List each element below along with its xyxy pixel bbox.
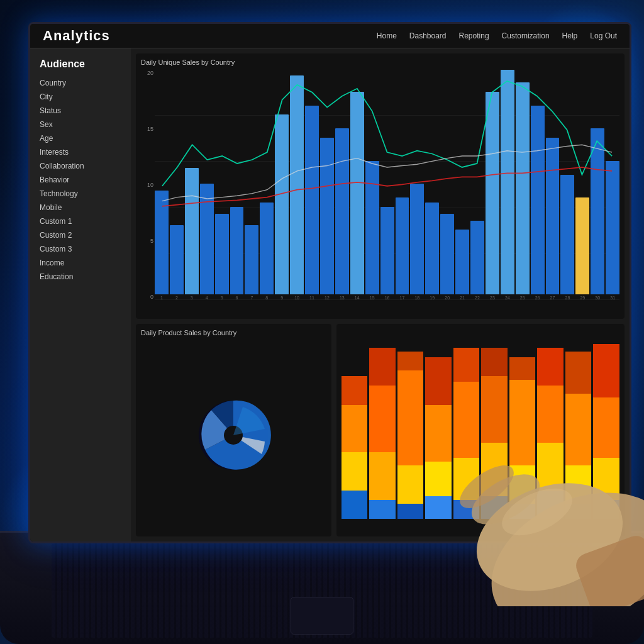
sidebar-item-technology[interactable]: Technology	[30, 187, 131, 201]
bar-group: 12	[320, 70, 334, 300]
bar-group: 5	[215, 70, 229, 300]
sidebar-item-city[interactable]: City	[30, 90, 131, 104]
sidebar-item-mobile[interactable]: Mobile	[30, 201, 131, 214]
bar-group: 2	[170, 70, 184, 300]
bar-group: 20	[440, 70, 454, 300]
chart-area: 20 15 10 5 0 1 2 3 4	[141, 70, 619, 313]
sidebar-item-custom1[interactable]: Custom 1	[30, 214, 131, 228]
stacked-bar	[397, 329, 424, 519]
bar-group: 29	[575, 70, 589, 300]
stacked-bar	[509, 329, 536, 519]
bar-group: 17	[396, 70, 409, 300]
bar-group: 15	[365, 70, 379, 300]
stacked-bar	[453, 329, 480, 519]
stacked-chart-container	[336, 324, 625, 536]
main-chart-title: Daily Unique Sales by Country	[141, 58, 619, 66]
nav-home[interactable]: Home	[377, 31, 397, 40]
sidebar: Audience Country City Status Sex Age Int…	[30, 48, 131, 541]
top-bar: Analytics Home Dashboard Repoting Custom…	[30, 24, 630, 48]
nav-dashboard[interactable]: Dashboard	[409, 31, 447, 40]
sidebar-item-education[interactable]: Education	[30, 270, 131, 284]
bar-group: 30	[591, 70, 604, 300]
stacked-bar	[565, 329, 592, 519]
bottom-chart-title: Daily Product Sales by Country	[141, 329, 326, 336]
bar-group: 11	[305, 70, 319, 300]
bar-group: 14	[350, 70, 364, 300]
nav-logout[interactable]: Log Out	[590, 31, 617, 40]
bar-group: 31	[606, 70, 619, 300]
stacked-bar	[341, 329, 368, 519]
stacked-bar	[537, 329, 564, 519]
sidebar-title: Audience	[30, 55, 131, 76]
bar-group: 25	[516, 70, 530, 300]
bar-group: 4	[200, 70, 214, 300]
pie-chart-container: Daily Product Sales by Country	[136, 324, 331, 536]
sidebar-item-status[interactable]: Status	[30, 104, 131, 118]
sidebar-item-custom3[interactable]: Custom 3	[30, 242, 131, 256]
bar-group: 6	[230, 70, 244, 300]
bar-group: 3	[185, 70, 199, 300]
bar-group: 18	[410, 70, 424, 300]
pie-svg	[192, 394, 274, 476]
bar-group: 1	[155, 70, 169, 300]
bar-group: 9	[275, 70, 289, 300]
bar-group: 13	[335, 70, 349, 300]
main-chart: Daily Unique Sales by Country 20	[136, 53, 625, 319]
bar-group: 24	[501, 70, 514, 300]
bar-group: 21	[455, 70, 469, 300]
y-label-10: 10	[147, 182, 153, 188]
stacked-bar	[425, 329, 452, 519]
main-content: Audience Country City Status Sex Age Int…	[30, 48, 630, 541]
app-title: Analytics	[43, 28, 110, 44]
y-label-5: 5	[150, 238, 153, 244]
y-label-0: 0	[150, 294, 153, 300]
nav-customization[interactable]: Customization	[502, 31, 550, 40]
sidebar-item-interests[interactable]: Interests	[30, 145, 131, 159]
bar-group: 7	[245, 70, 258, 300]
bar-chart: 1 2 3 4 5 6 7 8 9 10 11 12 13	[155, 70, 619, 300]
sidebar-item-income[interactable]: Income	[30, 256, 131, 270]
sidebar-item-country[interactable]: Country	[30, 76, 131, 90]
stacked-bar	[593, 329, 619, 519]
y-axis: 20 15 10 5 0	[141, 70, 153, 300]
stacked-bar	[481, 329, 508, 519]
bar-group: 28	[560, 70, 574, 300]
bar-group: 10	[290, 70, 304, 300]
bar-group: 27	[546, 70, 560, 300]
nav-reporting[interactable]: Repoting	[459, 31, 489, 40]
bar-group: 22	[470, 70, 484, 300]
sidebar-item-sex[interactable]: Sex	[30, 118, 131, 131]
sidebar-item-collaboration[interactable]: Collaboration	[30, 159, 131, 173]
sidebar-item-custom2[interactable]: Custom 2	[30, 228, 131, 242]
bar-group: 8	[260, 70, 274, 300]
bar-group: 16	[380, 70, 394, 300]
bar-group: 26	[531, 70, 545, 300]
y-label-15: 15	[147, 126, 153, 132]
nav-help[interactable]: Help	[562, 31, 578, 40]
dashboard: Daily Unique Sales by Country 20	[131, 48, 630, 541]
y-label-20: 20	[147, 70, 153, 76]
sidebar-item-behavior[interactable]: Behavior	[30, 173, 131, 187]
bottom-charts: Daily Product Sales by Country	[136, 324, 625, 536]
stacked-bar-chart	[341, 329, 619, 519]
stacked-bar	[369, 329, 396, 519]
sidebar-item-age[interactable]: Age	[30, 131, 131, 145]
pie-chart	[141, 340, 326, 530]
bar-group: 23	[486, 70, 499, 300]
nav-menu: Home Dashboard Repoting Customization He…	[377, 31, 617, 40]
bar-group: 19	[425, 70, 439, 300]
